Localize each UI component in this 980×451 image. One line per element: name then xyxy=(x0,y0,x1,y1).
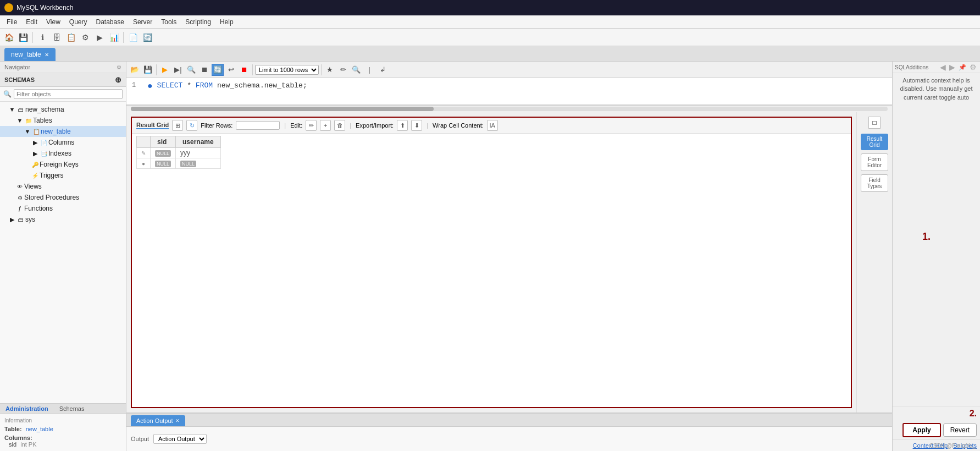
export-btn[interactable]: ⬆ xyxy=(397,120,408,131)
filter-rows-input[interactable] xyxy=(236,121,280,130)
cell-username-1[interactable]: yyy xyxy=(176,148,221,158)
filter-rows-label: Filter Rows: xyxy=(201,122,232,129)
h-scrollbar-thumb[interactable] xyxy=(131,107,434,111)
delete-row-btn[interactable]: 🗑 xyxy=(334,120,345,131)
tree-item-indexes[interactable]: ▶ 📑 Indexes xyxy=(0,148,126,159)
keyword-from: FROM xyxy=(196,81,213,90)
tab-schemas[interactable]: Schemas xyxy=(54,404,90,414)
toolbar-refresh-btn[interactable]: 🔄 xyxy=(141,31,154,44)
grid-view-toggle[interactable]: □ xyxy=(868,117,881,129)
add-row-btn[interactable]: + xyxy=(320,120,331,131)
undo-btn[interactable]: ↩ xyxy=(225,64,237,76)
cell-sid-1[interactable]: NULL xyxy=(151,148,176,158)
output-tab[interactable]: Action Output ✕ xyxy=(131,415,185,426)
toolbar-cmd-btn[interactable]: ▶ xyxy=(93,31,106,44)
word-wrap-btn[interactable]: ↲ xyxy=(377,64,389,76)
toolbar-sql-btn[interactable]: ⚙ xyxy=(79,31,92,44)
revert-button[interactable]: Revert xyxy=(943,424,977,437)
edit-row-btn[interactable]: ✏ xyxy=(306,120,317,131)
cell-username-2[interactable]: NULL xyxy=(176,158,221,169)
toolbar-perf-btn[interactable]: 📊 xyxy=(107,31,120,44)
tree-item-functions[interactable]: ƒ Functions xyxy=(0,203,126,214)
tab-administration[interactable]: Administration xyxy=(0,404,54,414)
functions-icon: ƒ xyxy=(15,204,24,213)
menu-file[interactable]: File xyxy=(2,15,21,29)
stop-btn[interactable]: ⏹ xyxy=(198,64,211,76)
result-grid-btn[interactable]: Result Grid xyxy=(861,134,888,150)
sqladd-next-btn[interactable]: ▶ xyxy=(948,63,956,72)
sqladd-pin-btn[interactable]: 📌 xyxy=(957,64,967,71)
tab-new-table[interactable]: new_table ✕ xyxy=(4,48,56,61)
format-btn[interactable]: ✏ xyxy=(337,64,349,76)
sqladd-prev-btn[interactable]: ◀ xyxy=(939,63,947,72)
tab-close-btn[interactable]: ✕ xyxy=(45,52,49,58)
cell-sid-2[interactable]: NULL xyxy=(151,158,176,169)
apply-button[interactable]: Apply xyxy=(903,423,940,437)
h-scrollbar[interactable] xyxy=(131,107,888,111)
save-query-btn[interactable]: 💾 xyxy=(142,64,154,76)
wrap-content-btn[interactable]: IA xyxy=(487,120,498,131)
output-body: Output Action Output xyxy=(126,427,892,451)
sql-editor[interactable]: 1 ● SELECT * FROM new_schema.new_table; xyxy=(126,78,892,106)
open-file-btn[interactable]: 📂 xyxy=(129,64,141,76)
menu-database[interactable]: Database xyxy=(92,15,129,29)
tree-item-new-schema[interactable]: ▼ 🗃 new_schema xyxy=(0,104,126,115)
import-btn[interactable]: ⬇ xyxy=(411,120,422,131)
stop-exec-btn[interactable]: ⏹ xyxy=(238,64,250,76)
tree-item-new-table[interactable]: ▼ 📋 new_table xyxy=(0,126,126,137)
field-types-btn[interactable]: Field Types xyxy=(861,174,888,192)
toolbar-new-btn[interactable]: 📄 xyxy=(126,31,140,44)
menu-query[interactable]: Query xyxy=(65,15,92,29)
menu-server[interactable]: Server xyxy=(129,15,157,29)
output-tab-close[interactable]: ✕ xyxy=(175,418,180,424)
toolbar-info-btn[interactable]: ℹ xyxy=(36,31,49,44)
main-toolbar: 🏠 💾 ℹ 🗄 📋 ⚙ ▶ 📊 📄 🔄 xyxy=(0,29,980,46)
toolbar-save-btn[interactable]: 💾 xyxy=(16,31,30,44)
result-refresh-btn[interactable]: ↻ xyxy=(186,120,197,131)
columns-info: Columns: xyxy=(4,435,121,441)
search-btn[interactable]: 🔍 xyxy=(350,64,362,76)
result-toolbar: Result Grid ⊞ ↻ Filter Rows: | Edit: ✏ +… xyxy=(132,118,851,134)
menu-view[interactable]: View xyxy=(42,15,65,29)
tree-item-tables[interactable]: ▼ 📁 Tables xyxy=(0,115,126,126)
bookmark-btn[interactable]: ★ xyxy=(324,64,336,76)
row-icon-2: ● xyxy=(137,158,151,169)
sql-text: SELECT * FROM new_schema.new_table; xyxy=(157,81,307,90)
toolbar-home-btn[interactable]: 🏠 xyxy=(2,31,15,44)
col-header-username[interactable]: username xyxy=(176,136,221,148)
tree-item-columns[interactable]: ▶ 📄 Columns xyxy=(0,137,126,148)
menu-edit[interactable]: Edit xyxy=(21,15,42,29)
sqladd-settings-btn[interactable]: ⚙ xyxy=(968,63,978,72)
col-header-sid[interactable]: sid xyxy=(151,136,176,148)
tree-item-views[interactable]: 👁 Views xyxy=(0,181,126,192)
explain-btn[interactable]: 🔍 xyxy=(185,64,197,76)
columns-expand-icon: ▶ xyxy=(31,138,40,147)
tree-item-stored-procs[interactable]: ⚙ Stored Procedures xyxy=(0,192,126,203)
menu-scripting[interactable]: Scripting xyxy=(181,15,215,29)
menu-help[interactable]: Help xyxy=(215,15,238,29)
menu-bar: File Edit View Query Database Server Too… xyxy=(0,15,980,29)
toolbar-db-btn[interactable]: 🗄 xyxy=(50,31,63,44)
null-badge-2: NULL xyxy=(155,161,171,167)
tree-item-triggers[interactable]: ⚡ Triggers xyxy=(0,170,126,181)
limit-select[interactable]: Limit to 1000 rows xyxy=(255,65,319,75)
table-row: ✎ NULL yyy xyxy=(137,148,221,158)
filter-input[interactable] xyxy=(14,89,123,99)
tree-item-foreign-keys[interactable]: 🔑 Foreign Keys xyxy=(0,159,126,170)
sql-additions-panel: SQLAdditions ◀ ▶ 📌 ⚙ Automatic context h… xyxy=(892,62,980,451)
form-editor-btn[interactable]: Form Editor xyxy=(861,153,888,171)
execute-btn[interactable]: ▶ xyxy=(159,64,171,76)
tree-item-sys[interactable]: ▶ 🗃 sys xyxy=(0,214,126,225)
toolbar-sep-1 xyxy=(32,32,33,43)
result-grid-view-btn[interactable]: ⊞ xyxy=(172,120,183,131)
output-label: Output xyxy=(131,436,149,442)
toolbar-table-btn[interactable]: 📋 xyxy=(64,31,77,44)
execute-current-btn[interactable]: ▶| xyxy=(172,64,184,76)
schemas-icon[interactable]: ⊕ xyxy=(115,75,121,84)
line-num-btn[interactable]: | xyxy=(363,64,375,76)
menu-tools[interactable]: Tools xyxy=(157,15,181,29)
title-bar: MySQL Workbench xyxy=(0,0,980,15)
refresh-btn[interactable]: 🔄 xyxy=(212,64,224,76)
result-grid-tab[interactable]: Result Grid xyxy=(136,122,169,129)
output-type-select[interactable]: Action Output xyxy=(153,434,207,444)
